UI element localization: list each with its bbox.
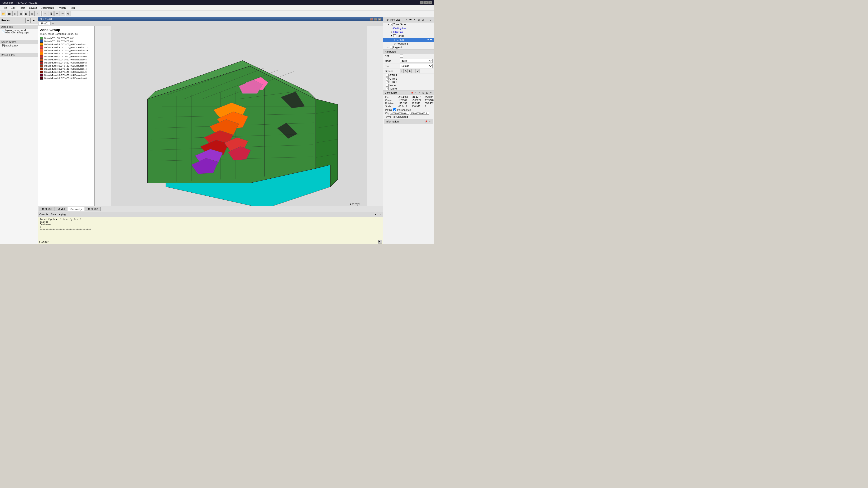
maximize-button[interactable]: □	[424, 1, 428, 4]
clip-row: Clip	[384, 112, 433, 115]
minimize-button[interactable]: −	[420, 1, 424, 4]
tb-swap-button[interactable]: ⇔	[60, 11, 65, 17]
groups-edit-btn[interactable]: ✎	[404, 69, 408, 73]
clip-max-input[interactable]	[410, 112, 429, 115]
tb-layout1-button[interactable]: ▥	[12, 11, 18, 17]
group-check-tunnel[interactable]	[386, 87, 389, 90]
left-panel-expand[interactable]: ⊞	[25, 18, 31, 23]
legend-swatch-6	[40, 55, 43, 58]
legend-label-5: Default=Tunnel,SLOT 1=ZG_007,Excavation=…	[44, 52, 88, 55]
legend-swatch-0	[40, 37, 43, 39]
pil-del-btn[interactable]: ✕	[413, 18, 416, 22]
info-pin-btn[interactable]: 📌	[425, 120, 428, 123]
tb-grid-button[interactable]: ▦	[7, 11, 12, 17]
tree-item-legend[interactable]: ▷ Legend	[383, 45, 434, 49]
pil-add-btn[interactable]: +	[405, 18, 408, 22]
tree-item-group[interactable]: ▷ Group ▼	[383, 38, 434, 42]
bottom-tab-plot01[interactable]: ▦ Plot01	[39, 207, 55, 211]
pil-paste-btn[interactable]: ⊟	[421, 18, 425, 22]
vs-copy-btn[interactable]: ⊞	[422, 91, 425, 94]
viewport-3d[interactable]: Persp	[95, 26, 383, 206]
console-input-field[interactable]	[49, 240, 378, 243]
checkbox-zone-group[interactable]	[390, 23, 393, 26]
group-dropdown[interactable]: ▼	[426, 38, 433, 41]
tree-item-clip-box[interactable]: ▷ Clip Box	[383, 30, 434, 34]
tb-layout3-button[interactable]: ⊞	[24, 11, 29, 17]
menu-layout[interactable]: Layout	[27, 6, 39, 10]
perspective-checkbox[interactable]	[393, 108, 396, 111]
legend-swatch-4	[40, 49, 43, 52]
checkbox-range[interactable]	[393, 34, 396, 37]
clip-min-input[interactable]	[390, 112, 409, 115]
tree-item-cutting-tool[interactable]: ▷ Cutting tool	[383, 26, 434, 30]
tb-select-button[interactable]: ↖	[43, 11, 48, 17]
plot-tab-add[interactable]: +	[51, 22, 55, 25]
tb-layout2-button[interactable]: ▤	[18, 11, 23, 17]
vs-paste-btn[interactable]: ⊟	[426, 91, 429, 94]
vs-help-btn[interactable]: ?	[429, 91, 433, 94]
menu-python[interactable]: Python	[56, 6, 67, 10]
vs-center-label: Center	[385, 99, 398, 102]
bottom-tab-plot02[interactable]: ▦ Plot02	[85, 207, 100, 211]
expand-icon-legend: ▷	[387, 46, 390, 49]
console-line-3: :	[40, 226, 381, 228]
attr-slot-select[interactable]: Default	[400, 64, 433, 68]
pil-help-btn[interactable]: ?	[429, 18, 433, 22]
tree-item-range[interactable]: ▼ Range	[383, 34, 434, 38]
pil-check-btn[interactable]: ✓	[425, 18, 429, 22]
group-check-gtu2[interactable]	[386, 77, 389, 80]
menu-edit[interactable]: Edit	[9, 6, 17, 10]
group-check-gtu1[interactable]	[386, 74, 389, 77]
legend-swatch-10	[40, 67, 43, 70]
menu-file[interactable]: File	[1, 6, 9, 10]
attr-mode-select[interactable]: Basic Advanced	[400, 59, 433, 63]
menu-help[interactable]: Help	[67, 6, 77, 10]
tb-move-button[interactable]: ⇅	[49, 11, 54, 17]
plot-item-list-label: Plot Item List	[385, 18, 400, 21]
tree-item-position-z[interactable]: ▷ Position-Z	[383, 42, 434, 45]
groups-up-btn[interactable]: ↑	[412, 69, 416, 73]
vs-add-btn[interactable]: +	[414, 91, 417, 94]
legend-item-5: Default=Tunnel,SLOT 1=ZG_007,Excavation=…	[40, 52, 93, 55]
bottom-tab-geometry[interactable]: Geometry	[68, 207, 84, 211]
vs-clip-label: Clip	[385, 112, 389, 115]
vs-pin-btn[interactable]: 📌	[410, 91, 414, 94]
left-panel-collapse[interactable]: ▶	[31, 18, 36, 23]
plot-close-button[interactable]: ✕	[378, 18, 381, 21]
pil-eye-btn[interactable]: 👁	[409, 18, 412, 22]
groups-add-btn[interactable]: +	[400, 69, 404, 73]
group-check-none[interactable]	[386, 84, 389, 87]
attr-not-checkbox[interactable]	[400, 54, 403, 58]
data-file-item[interactable]: 📄 layered_curvy_tunnel 004b_GVol_Binary.…	[0, 29, 38, 34]
plot-tab-plot01[interactable]: Plot01	[39, 22, 51, 25]
console-line-4: ************************************	[40, 228, 381, 231]
checkbox-legend[interactable]	[390, 46, 393, 49]
bottom-tab-geometry-label: Geometry	[70, 208, 82, 211]
groups-check-btn[interactable]: ✓	[416, 69, 420, 73]
tb-check-button[interactable]: ✓	[35, 11, 40, 17]
tb-open-button[interactable]: 📂	[1, 11, 6, 17]
groups-del-btn[interactable]: 🗑	[408, 69, 412, 73]
legend-swatch-3	[40, 46, 43, 49]
console-expand-btn[interactable]: ▼	[373, 213, 377, 216]
tb-add-button[interactable]: ✛	[54, 11, 59, 17]
close-button[interactable]: ✕	[428, 1, 432, 4]
menu-documents[interactable]: Documents	[39, 6, 56, 10]
center-area: Plot Plot01 📌 □ ✕ Plot01 + Zone Group ©2…	[38, 17, 383, 244]
console-submit-button[interactable]: ▶	[378, 240, 382, 244]
vs-del-btn[interactable]: ✕	[418, 91, 421, 94]
plot-pin-button[interactable]: 📌	[370, 18, 373, 21]
bottom-tab-model[interactable]: Model	[55, 207, 67, 211]
pil-copy-btn[interactable]: ⊞	[417, 18, 421, 22]
information-label: Information	[386, 120, 399, 123]
tree-label-group: Group	[397, 38, 404, 41]
info-close-btn[interactable]: ✕	[428, 120, 432, 123]
group-check-gtu3[interactable]	[386, 81, 389, 83]
plot-max-button[interactable]: □	[374, 18, 377, 21]
tb-refresh-button[interactable]: ↺	[66, 11, 71, 17]
saved-state-item[interactable]: 💾 ranging.sav	[0, 44, 38, 48]
tree-item-zone-group[interactable]: ▼ Zone Group	[383, 23, 434, 26]
menu-tools[interactable]: Tools	[17, 6, 27, 10]
console-max-btn[interactable]: □	[378, 213, 382, 216]
tb-layout4-button[interactable]: ▨	[29, 11, 35, 17]
